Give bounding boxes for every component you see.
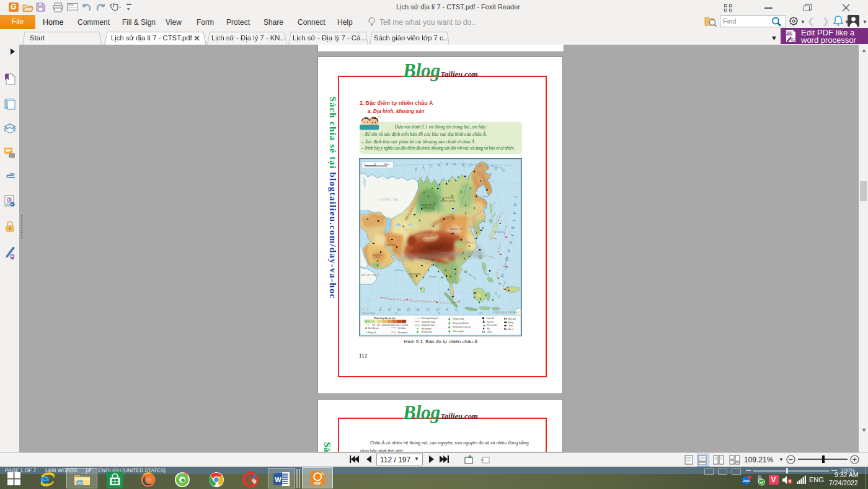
svg-text:Sắt: Sắt (487, 327, 490, 330)
svg-text:TRUNG XI-BIA: TRUNG XI-BIA (440, 200, 456, 202)
svg-text:W: W (275, 476, 281, 483)
svg-text:2.000: 2.000 (386, 324, 391, 326)
svg-text:80°: 80° (438, 312, 441, 315)
svg-text:CHÂU ÂU: CHÂU ÂU (379, 198, 399, 201)
svg-text:PDF: PDF (786, 32, 794, 35)
svg-text:GÔ-BI: GÔ-BI (450, 233, 454, 236)
svg-text:BĐ. TA-RIM: BĐ. TA-RIM (423, 239, 433, 241)
svg-text:1.000: 1.000 (381, 324, 386, 326)
svg-text:Ranh giới băng trôi: Ranh giới băng trôi (422, 317, 438, 320)
svg-text:PDF: PDF (314, 482, 321, 485)
svg-text:Sông, hồ: Sông, hồ (368, 331, 376, 334)
svg-text:TÂY XI-BIA: TÂY XI-BIA (422, 207, 435, 210)
svg-text:CHÂU ĐẠI DƯƠNG: CHÂU ĐẠI DƯƠNG (493, 311, 519, 314)
svg-text:140 km: 140 km (384, 163, 390, 166)
svg-text:Kinh đạo: Kinh đạo (398, 327, 405, 330)
svg-text:Dòng biển lạnh: Dòng biển lạnh (422, 324, 435, 326)
svg-text:CHÂU PHI: CHÂU PHI (361, 274, 378, 277)
svg-text:Rừng lá kim: Rừng lá kim (422, 331, 432, 333)
svg-text:MÔNG CỔ: MÔNG CỔ (450, 228, 463, 231)
svg-text:200: 200 (372, 324, 375, 326)
svg-text:5.000: 5.000 (396, 324, 400, 326)
svg-text:Dầu mỏ: Dầu mỏ (487, 321, 494, 323)
svg-text:CAO NGUYÊN: CAO NGUYÊN (440, 196, 454, 199)
svg-text:Dòng biển nóng: Dòng biển nóng (422, 321, 435, 323)
svg-text:Hoang mạc: Hoang mạc (398, 331, 408, 334)
svg-text:70: 70 (374, 163, 376, 166)
svg-text:Crôm: Crôm (487, 331, 492, 333)
svg-text:3.000: 3.000 (391, 324, 395, 326)
svg-text:Bi. Nhật Bản: Bi. Nhật Bản (494, 231, 504, 233)
svg-text:Bô xít: Bô xít (508, 328, 513, 331)
svg-text:40°: 40° (395, 312, 397, 315)
svg-text:Rừng thưa và xa van: Rừng thưa và xa van (453, 326, 471, 328)
svg-text:Biển Ả-rập: Biển Ả-rập (395, 269, 404, 272)
svg-text:B. Ô-khốt: B. Ô-khốt (480, 195, 488, 198)
svg-text:Đồng: Đồng (508, 321, 513, 324)
svg-text:G: G (791, 37, 795, 43)
svg-text:ĐÊ-CAN: ĐÊ-CAN (410, 275, 418, 278)
svg-text:Rừng nhiệt đới ẩm: Rừng nhiệt đới ẩm (453, 322, 469, 325)
svg-text:A-RÁP: A-RÁP (374, 256, 380, 259)
svg-text:Man gan: Man gan (508, 318, 516, 320)
svg-text:Thiếc: Thiếc (508, 325, 513, 327)
svg-text:Đỉnh độ cao: Đỉnh độ cao (368, 327, 379, 330)
svg-text:Khí tự nhiên: Khí tự nhiên (487, 324, 497, 326)
svg-text:500: 500 (377, 324, 380, 326)
svg-text:Thảo nguyên: Thảo nguyên (453, 330, 464, 333)
svg-text:SN. I-RAN: SN. I-RAN (388, 244, 397, 246)
svg-text:Phân tầng độ cao (m): Phân tầng độ cao (m) (374, 317, 395, 320)
svg-text:Than đá: Than đá (487, 317, 494, 320)
svg-text:V. Ben-gan: V. Ben-gan (428, 276, 437, 278)
svg-text:Rừng lá rộng: Rừng lá rộng (453, 318, 464, 320)
svg-text:Ấ N Đ Ộ D Ư Ơ N G: Ấ N Đ Ộ D Ư Ơ N G (378, 307, 461, 312)
svg-text:TÂY TẠNG: TÂY TẠNG (428, 248, 441, 251)
svg-text:120°: 120° (479, 312, 482, 315)
svg-text:Đài nguyên: Đài nguyên (422, 328, 432, 330)
svg-text:Zalo: Zalo (743, 479, 750, 483)
svg-text:trên 5.000: trên 5.000 (401, 324, 408, 326)
svg-text:© Bản đồ châu Á: © Bản đồ châu Á (361, 312, 374, 315)
